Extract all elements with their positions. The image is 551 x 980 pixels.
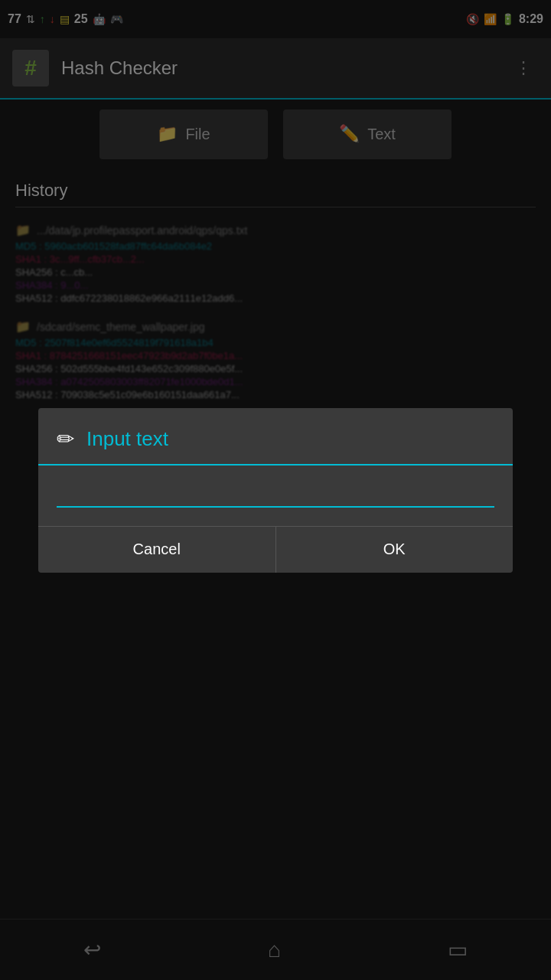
modal-header: ✏ Input text xyxy=(38,408,513,466)
modal-title: Input text xyxy=(86,427,168,451)
ok-button[interactable]: OK xyxy=(276,527,514,573)
cancel-button[interactable]: Cancel xyxy=(38,527,276,573)
modal-text-input[interactable] xyxy=(57,478,494,508)
modal-pencil-icon: ✏ xyxy=(57,426,74,452)
modal-dialog: ✏ Input text Cancel OK xyxy=(38,408,513,573)
modal-overlay: ✏ Input text Cancel OK xyxy=(0,0,551,980)
modal-buttons: Cancel OK xyxy=(38,526,513,573)
modal-input-area xyxy=(38,466,513,526)
